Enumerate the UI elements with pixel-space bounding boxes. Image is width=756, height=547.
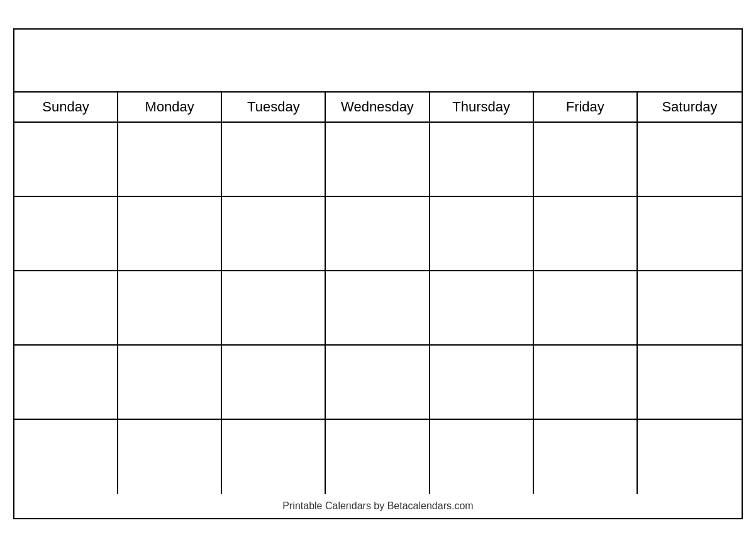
day-cell <box>326 346 430 419</box>
day-cell <box>430 197 534 270</box>
week-row-3 <box>14 271 742 346</box>
day-cell <box>222 197 326 270</box>
day-cell <box>118 123 222 196</box>
day-cell <box>118 271 222 344</box>
week-row-5 <box>14 420 742 494</box>
calendar-footer: Printable Calendars by Betacalendars.com <box>14 494 742 518</box>
day-cell <box>14 271 118 344</box>
day-cell <box>14 123 118 196</box>
day-cell <box>14 346 118 419</box>
week-row-1 <box>14 123 742 197</box>
day-cell <box>534 271 638 344</box>
day-cell <box>534 197 638 270</box>
day-cell <box>118 197 222 270</box>
header-tuesday: Tuesday <box>222 93 326 121</box>
day-cell <box>326 420 430 494</box>
header-friday: Friday <box>534 93 638 121</box>
day-cell <box>222 271 326 344</box>
day-cell <box>638 197 742 270</box>
day-cell <box>14 420 118 494</box>
calendar-title-area <box>14 30 742 93</box>
day-cell <box>534 123 638 196</box>
day-cell <box>222 346 326 419</box>
day-cell <box>430 346 534 419</box>
day-cell <box>534 346 638 419</box>
day-cell <box>430 271 534 344</box>
day-cell <box>326 123 430 196</box>
day-cell <box>638 271 742 344</box>
day-cell <box>14 197 118 270</box>
calendar-header: Sunday Monday Tuesday Wednesday Thursday… <box>14 93 742 123</box>
day-cell <box>638 346 742 419</box>
day-cell <box>222 420 326 494</box>
day-cell <box>222 123 326 196</box>
week-row-4 <box>14 346 742 420</box>
day-cell <box>430 123 534 196</box>
header-monday: Monday <box>118 93 222 121</box>
week-row-2 <box>14 197 742 271</box>
header-wednesday: Wednesday <box>326 93 430 121</box>
day-cell <box>326 271 430 344</box>
day-cell <box>326 197 430 270</box>
header-thursday: Thursday <box>430 93 534 121</box>
header-sunday: Sunday <box>14 93 118 121</box>
day-cell <box>430 420 534 494</box>
calendar-body <box>14 123 742 494</box>
day-cell <box>118 420 222 494</box>
day-cell <box>638 123 742 196</box>
calendar: Sunday Monday Tuesday Wednesday Thursday… <box>13 28 743 519</box>
day-cell <box>118 346 222 419</box>
header-saturday: Saturday <box>638 93 742 121</box>
day-cell <box>534 420 638 494</box>
day-cell <box>638 420 742 494</box>
